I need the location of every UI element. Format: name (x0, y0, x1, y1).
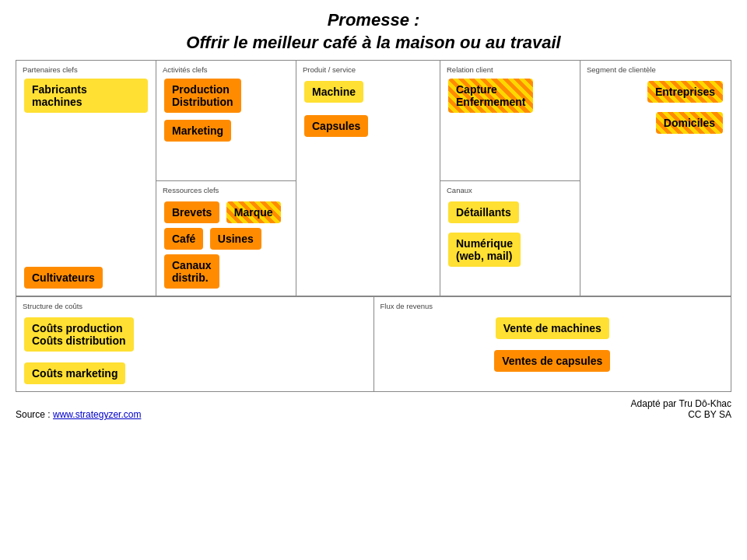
tag-domiciles: Domiciles (656, 112, 723, 134)
credit-line1: Adapté par Tru Dô-Khac (631, 398, 731, 409)
costs-label: Structure de coûts (23, 302, 367, 310)
title-line2: Offrir le meilleur café à la maison ou a… (0, 32, 747, 54)
costs-cell: Structure de coûts Coûts productionCoûts… (16, 297, 374, 391)
source-link[interactable]: www.strategyzer.com (53, 409, 141, 420)
tag-vente-machines: Vente de machines (496, 317, 609, 339)
bottom-section: Structure de coûts Coûts productionCoûts… (16, 296, 731, 391)
title-line1: Promesse : (0, 9, 747, 32)
tag-marketing: Marketing (164, 120, 231, 142)
relation-cell: Relation client CaptureEnfermement (440, 61, 580, 181)
tag-cafe: Café (164, 228, 203, 250)
relation-column: Relation client CaptureEnfermement Canau… (440, 61, 580, 296)
tag-ventes-capsules: Ventes de capsules (494, 350, 610, 372)
channels-cell: Canaux Détaillants Numérique(web, mail) (440, 181, 580, 296)
revenue-label: Flux de revenus (381, 302, 725, 310)
revenue-cell: Flux de revenus Vente de machines Ventes… (374, 297, 731, 391)
business-model-canvas: Partenaires clefs Fabricants machines Cu… (16, 60, 731, 392)
relation-label: Relation client (447, 65, 573, 74)
segment-column: Segment de clientèle Entreprises Domicil… (580, 61, 731, 296)
tag-cultivateurs: Cultivateurs (24, 267, 103, 289)
top-section: Partenaires clefs Fabricants machines Cu… (16, 61, 731, 296)
segment-cell: Segment de clientèle Entreprises Domicil… (580, 61, 731, 286)
activities-column: Activités clefs ProductionDistribution M… (156, 61, 296, 296)
activities-label: Activités clefs (163, 65, 289, 74)
tag-marque: Marque (226, 201, 281, 223)
credit-line2: CC BY SA (631, 409, 731, 420)
tag-couts-marketing: Coûts marketing (24, 362, 125, 384)
product-label: Produit / service (303, 65, 433, 74)
footer: Source : www.strategyzer.com Adapté par … (0, 392, 747, 426)
partners-cell: Partenaires clefs Fabricants machines (16, 61, 156, 117)
resources-label: Ressources clefs (163, 186, 289, 194)
activities-cell: Activités clefs ProductionDistribution M… (156, 61, 296, 181)
tag-canaux-distrib: Canauxdistrib. (164, 254, 219, 289)
footer-credit: Adapté par Tru Dô-Khac CC BY SA (631, 398, 731, 420)
tag-fabricants: Fabricants machines (24, 79, 148, 113)
channels-label: Canaux (447, 186, 573, 194)
product-cell: Produit / service Machine Capsules (296, 61, 440, 144)
partners-column: Partenaires clefs Fabricants machines Cu… (16, 61, 156, 296)
tag-brevets: Brevets (164, 201, 219, 223)
tag-numerique: Numérique(web, mail) (448, 233, 521, 267)
tag-production: ProductionDistribution (164, 79, 241, 113)
segment-label: Segment de clientèle (587, 65, 724, 74)
tag-machine: Machine (304, 81, 363, 103)
tag-entreprises: Entreprises (647, 81, 723, 103)
page-title: Promesse : Offrir le meilleur café à la … (0, 0, 747, 60)
footer-source: Source : www.strategyzer.com (16, 409, 141, 420)
tag-couts-production: Coûts productionCoûts distribution (24, 317, 134, 352)
product-column: Produit / service Machine Capsules (296, 61, 440, 296)
tag-detaillants: Détaillants (448, 201, 519, 223)
resources-cell: Ressources clefs Brevets Marque Café Usi… (156, 181, 296, 296)
partners-label: Partenaires clefs (23, 65, 149, 74)
tag-usines: Usines (210, 228, 261, 250)
tag-capture: CaptureEnfermement (448, 79, 533, 113)
tag-capsules: Capsules (304, 115, 368, 137)
source-label: Source : (16, 409, 53, 420)
